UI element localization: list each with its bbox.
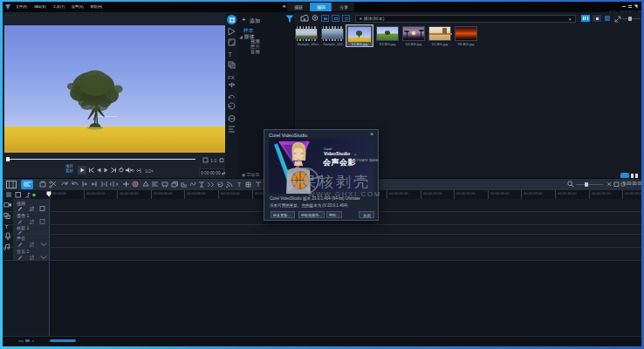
svg-text:®: ®	[354, 154, 357, 157]
svg-text:1/2×: 1/2×	[145, 168, 154, 174]
svg-text:会声会影: 会声会影	[322, 158, 356, 167]
svg-text:T: T	[237, 181, 242, 188]
svg-text:FX: FX	[228, 75, 235, 80]
svg-text:T: T	[229, 51, 233, 58]
svg-text:1:1: 1:1	[210, 158, 217, 163]
svg-text:VideoStudio: VideoStudio	[324, 151, 350, 156]
svg-text:T: T	[5, 224, 9, 229]
svg-text:Corel: Corel	[324, 147, 332, 151]
